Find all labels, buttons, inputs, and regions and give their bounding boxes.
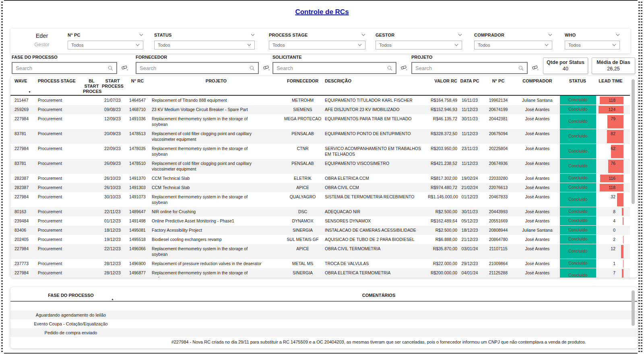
column-header-lead[interactable]: LEAD TIME	[597, 76, 626, 95]
column-header-pc[interactable]: N° PC	[482, 76, 516, 95]
table-row[interactable]: 227984Procurement12/09/231491036Replacem…	[10, 114, 630, 129]
status-badge: Concluído	[560, 174, 596, 183]
dropdown-slicer-n-pc[interactable]: N° PCTodos	[68, 32, 143, 49]
chevron-down-icon	[612, 44, 616, 46]
slicer-dropdown[interactable]: Todos	[154, 41, 255, 49]
table-row[interactable]: 239484Procurement01/12/231491498Online P…	[10, 216, 630, 226]
status-badge: Concluído	[560, 244, 596, 259]
comments-row[interactable]: #227984 - Nova RC criada no dia 29/11 pa…	[10, 337, 637, 347]
table-row[interactable]: 282387Procurement26/10/231491303CCM Tech…	[10, 183, 630, 192]
fase-do-processo-header[interactable]: FASE DO PROCESSO	[10, 293, 131, 298]
sort-descending-icon[interactable]: ▼	[28, 91, 31, 93]
dropdown-slicer-gestor[interactable]: GESTORTodos	[376, 32, 462, 49]
dropdown-slicer-who[interactable]: WHOTodos	[565, 32, 620, 49]
table-row[interactable]: 227984Procurement22/09/231478035Replacem…	[10, 144, 630, 159]
cell-bl	[83, 174, 102, 183]
slicer-header[interactable]: PROCESS STAGE	[269, 32, 365, 38]
cell-rc: 1468710	[125, 105, 152, 114]
cell-projeto: Replacement of Titrando 888 equipment	[152, 96, 282, 105]
column-header-desc[interactable]: DESCRIÇÃO	[325, 76, 428, 95]
cell-projeto: Replacement of cold filter clogging poin…	[152, 159, 282, 174]
table-row[interactable]: 227984Procurement22/12/231496066Replacem…	[10, 244, 630, 259]
search-filter-label: SOLICITANTE	[272, 55, 406, 60]
slicer-dropdown[interactable]: Todos	[68, 41, 143, 49]
slicer-header[interactable]: GESTOR	[376, 32, 462, 38]
column-header-start[interactable]: START PROCESS	[102, 76, 125, 95]
table-row[interactable]: 83406Procurement18/12/231495081Factory A…	[10, 226, 630, 235]
search-input[interactable]	[277, 65, 387, 71]
table-row[interactable]: 282387Procurement26/10/231491370CCM Tech…	[10, 174, 630, 183]
table-scrollbar[interactable]	[632, 79, 635, 204]
comentarios-header[interactable]: COMENTÁRIOS	[131, 293, 626, 298]
table-row[interactable]: 227984Procurement30/10/231491073Replacem…	[10, 192, 630, 207]
dropdown-slicer-status[interactable]: STATUSTodos	[154, 32, 255, 49]
top-border-line	[4, 0, 638, 1]
cell-forn: CTNR	[282, 144, 325, 159]
table-row[interactable]: 237773Procurement28/12/231496900Replacem…	[10, 259, 630, 268]
slicer-dropdown[interactable]: Todos	[269, 41, 365, 49]
column-header-valor[interactable]: VALOR RC	[428, 76, 459, 95]
slicer-header[interactable]: COMPRADOR	[474, 32, 552, 38]
column-header-projeto[interactable]: PROJETO	[152, 76, 282, 95]
page-title[interactable]: Controle de RCs	[0, 8, 644, 16]
table-row[interactable]: 227984Procurement28/12/231496877Replacem…	[10, 268, 630, 278]
lead-time-bar	[623, 217, 623, 225]
search-box[interactable]	[12, 62, 117, 74]
cell-valor: R$817.302,00	[428, 174, 459, 183]
lead-time-value: 12	[611, 246, 615, 252]
dropdown-slicer-comprador[interactable]: COMPRADORTodos	[474, 32, 552, 49]
column-header-status[interactable]: STATUS	[560, 76, 597, 95]
table-row[interactable]: 83781Procurement20/09/231478513Replaceme…	[10, 129, 630, 144]
cell-rc: 1496066	[125, 244, 152, 259]
comments-row[interactable]	[10, 302, 637, 311]
cell-desc: SERVICO ACOMPANHAMENTO EM TRABALHOS EM T…	[325, 144, 428, 159]
sort-ascending-icon[interactable]: ▲	[111, 298, 114, 300]
cell-status: Concluído	[560, 114, 597, 129]
table-row[interactable]: 83781Procurement26/09/231478510Replaceme…	[10, 159, 630, 174]
cell-pc: 20443993	[482, 207, 516, 216]
search-input[interactable]	[16, 65, 108, 71]
cell-lead-time: 7	[597, 268, 626, 278]
status-badge: Concluído	[560, 226, 596, 235]
cell-data: 16/11/23	[459, 96, 482, 105]
search-box[interactable]	[272, 62, 396, 74]
cell-projeto: Online Predictive Asset Monitoring - Pha…	[152, 216, 282, 226]
cell-wave: 259269	[14, 105, 38, 114]
slicer-header[interactable]: WHO	[565, 32, 620, 38]
slicer-dropdown[interactable]: Todos	[376, 41, 462, 49]
clear-filter-button[interactable]	[263, 64, 270, 72]
slicer-dropdown[interactable]: Todos	[474, 41, 552, 49]
clear-filter-button[interactable]	[121, 64, 128, 72]
search-input[interactable]	[140, 65, 250, 71]
slicer-header[interactable]: STATUS	[154, 32, 255, 38]
comments-row[interactable]: Pedido de compra enviado	[10, 328, 637, 337]
search-box[interactable]	[136, 62, 259, 74]
table-row[interactable]: 211447Procurement21/07/231464547Replacem…	[10, 96, 630, 105]
table-row[interactable]: 80163Procurement22/11/231489647NIR onlin…	[10, 207, 630, 216]
table-row[interactable]: 202405Procurement19/12/231495518Biodiese…	[10, 235, 630, 244]
table-row[interactable]: 259269Procurement09/08/23146871023 KV Me…	[10, 105, 630, 114]
column-header-stage[interactable]: PROCESS STAGE	[38, 76, 83, 95]
column-header-comp[interactable]: COMPRADOR	[516, 76, 560, 95]
cell-comp: José Arantes	[516, 183, 560, 192]
comments-row[interactable]: Aguardando agendamento do leilão	[10, 311, 637, 319]
cell-data: 29/12/23	[459, 259, 482, 268]
cell-wave: 83781	[14, 129, 38, 144]
chevron-down-icon	[545, 44, 549, 46]
clear-filter-button[interactable]	[532, 64, 539, 72]
column-header-bl[interactable]: BL START PROCESS	[83, 76, 102, 95]
dropdown-slicer-process-stage[interactable]: PROCESS STAGETodos	[269, 32, 365, 49]
comments-scrollbar[interactable]	[632, 290, 635, 326]
column-header-data[interactable]: DATA PC	[459, 76, 482, 95]
clear-filter-button[interactable]	[400, 64, 407, 72]
slicer-dropdown[interactable]: Todos	[565, 41, 620, 49]
search-box[interactable]	[411, 62, 528, 74]
cell-rc: 1491498	[125, 216, 152, 226]
slicer-header[interactable]: N° PC	[68, 32, 143, 38]
comments-row[interactable]: Evento Coupa - Cotação/Equalização	[10, 319, 637, 328]
column-header-rc[interactable]: N° RC	[125, 76, 152, 95]
search-input[interactable]	[415, 65, 518, 71]
column-header-forn[interactable]: FORNECEDOR	[282, 76, 325, 95]
cell-pc: 20808944	[482, 226, 516, 235]
column-header-wave[interactable]: WAVE	[14, 76, 38, 95]
